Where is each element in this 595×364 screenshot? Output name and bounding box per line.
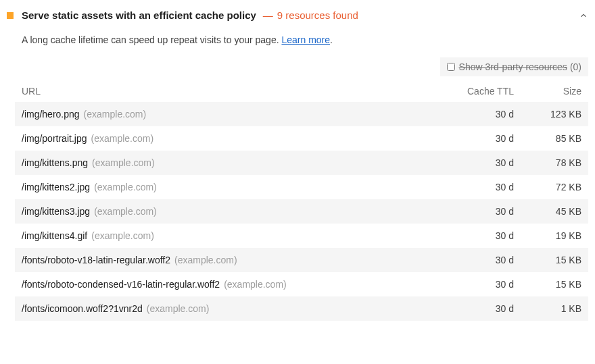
cell-size: 45 KB [514,206,581,217]
cell-ttl: 30 d [433,279,514,290]
url-host: (example.com) [94,206,157,217]
cell-url: /img/kittens3.jpg(example.com) [22,206,433,217]
url-host: (example.com) [84,109,147,120]
url-host: (example.com) [91,133,153,144]
status-indicator-icon [7,12,14,19]
audit-title: Serve static assets with an efficient ca… [22,9,256,21]
url-path: /fonts/icomoon.woff2?1vnr2d [22,303,143,314]
audit-panel: Serve static assets with an efficient ca… [0,0,595,328]
url-path: /fonts/roboto-v18-latin-regular.woff2 [22,255,170,265]
url-path: /img/kittens3.jpg [22,206,90,217]
cell-url: /fonts/roboto-condensed-v16-latin-regula… [22,279,433,290]
table-row: /img/kittens4.gif(example.com)30 d19 KB [15,224,588,248]
url-host: (example.com) [92,157,155,168]
url-host: (example.com) [94,182,157,192]
url-host: (example.com) [91,230,154,241]
table-row: /img/portrait.jpg(example.com)30 d85 KB [15,126,588,151]
cell-ttl: 30 d [433,157,514,168]
result-count: 9 resources found [277,9,358,21]
cell-size: 15 KB [514,279,581,290]
url-path: /fonts/roboto-condensed-v16-latin-regula… [22,279,220,290]
url-host: (example.com) [224,279,287,290]
table-row: /fonts/roboto-condensed-v16-latin-regula… [15,272,588,296]
cell-ttl: 30 d [433,206,514,217]
separator-dash: — [263,9,273,21]
cell-size: 1 KB [514,303,581,314]
table-row: /img/hero.png(example.com)30 d123 KB [15,102,588,126]
audit-header[interactable]: Serve static assets with an efficient ca… [0,5,595,25]
cell-ttl: 30 d [433,230,514,241]
cell-url: /img/kittens2.jpg(example.com) [22,182,433,192]
column-size: Size [514,86,581,97]
url-host: (example.com) [147,303,210,314]
url-path: /img/kittens2.jpg [22,182,90,192]
url-path: /img/kittens4.gif [22,230,87,241]
third-party-label: Show 3rd-party resources [459,61,567,72]
third-party-count: (0) [570,61,581,72]
table-row: /fonts/roboto-v18-latin-regular.woff2(ex… [15,248,588,272]
url-path: /img/portrait.jpg [22,133,87,144]
cell-size: 78 KB [514,157,581,168]
cell-size: 15 KB [514,255,581,265]
third-party-toggle[interactable]: Show 3rd-party resources (0) [440,57,588,76]
cell-url: /fonts/roboto-v18-latin-regular.woff2(ex… [22,255,433,265]
url-path: /img/hero.png [22,109,80,120]
cell-url: /img/portrait.jpg(example.com) [22,133,433,144]
cell-ttl: 30 d [433,109,514,120]
cell-url: /fonts/icomoon.woff2?1vnr2d(example.com) [22,303,433,314]
table-row: /img/kittens.png(example.com)30 d78 KB [15,151,588,175]
table-header: URL Cache TTL Size [15,80,588,102]
third-party-toggle-row: Show 3rd-party resources (0) [0,55,595,80]
chevron-up-icon [579,11,588,20]
resources-table: URL Cache TTL Size /img/hero.png(example… [0,80,595,328]
cell-size: 123 KB [514,109,581,120]
cell-url: /img/kittens.png(example.com) [22,157,433,168]
cell-size: 19 KB [514,230,581,241]
url-path: /img/kittens.png [22,157,88,168]
column-url: URL [22,86,433,97]
audit-description: A long cache lifetime can speed up repea… [0,25,595,55]
table-row: /fonts/icomoon.woff2?1vnr2d(example.com)… [15,296,588,321]
cell-url: /img/kittens4.gif(example.com) [22,230,433,241]
cell-ttl: 30 d [433,255,514,265]
cell-ttl: 30 d [433,133,514,144]
table-row: /img/kittens2.jpg(example.com)30 d72 KB [15,175,588,199]
description-text: A long cache lifetime can speed up repea… [22,34,281,45]
cell-ttl: 30 d [433,182,514,192]
column-ttl: Cache TTL [433,86,514,97]
third-party-checkbox[interactable] [447,63,455,71]
description-post: . [330,34,333,45]
learn-more-link[interactable]: Learn more [281,34,330,45]
cell-size: 85 KB [514,133,581,144]
url-host: (example.com) [174,255,237,265]
cell-ttl: 30 d [433,303,514,314]
table-body: /img/hero.png(example.com)30 d123 KB/img… [15,102,588,321]
table-row: /img/kittens3.jpg(example.com)30 d45 KB [15,199,588,224]
cell-size: 72 KB [514,182,581,192]
cell-url: /img/hero.png(example.com) [22,109,433,120]
